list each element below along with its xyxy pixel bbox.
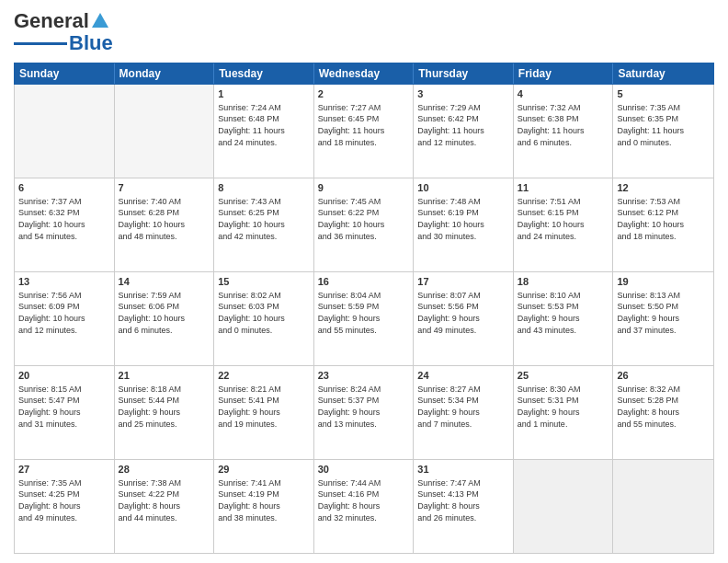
day-info: Sunrise: 8:04 AM Sunset: 5:59 PM Dayligh… xyxy=(318,290,410,336)
calendar-header-sunday: Sunday xyxy=(15,63,115,84)
day-info: Sunrise: 7:38 AM Sunset: 4:22 PM Dayligh… xyxy=(119,477,210,523)
calendar-cell: 21Sunrise: 8:18 AM Sunset: 5:44 PM Dayli… xyxy=(115,366,215,459)
day-info: Sunrise: 7:24 AM Sunset: 6:48 PM Dayligh… xyxy=(218,102,310,148)
calendar-cell: 10Sunrise: 7:48 AM Sunset: 6:19 PM Dayli… xyxy=(414,178,514,271)
day-info: Sunrise: 7:32 AM Sunset: 6:38 PM Dayligh… xyxy=(518,102,609,148)
day-number: 31 xyxy=(417,463,509,477)
day-info: Sunrise: 7:59 AM Sunset: 6:06 PM Dayligh… xyxy=(119,290,210,336)
day-number: 17 xyxy=(417,275,509,289)
logo-triangle-icon xyxy=(92,13,108,28)
calendar-cell: 1Sunrise: 7:24 AM Sunset: 6:48 PM Daylig… xyxy=(214,85,314,178)
day-number: 7 xyxy=(119,181,210,195)
logo: General Blue xyxy=(14,9,113,55)
day-info: Sunrise: 8:24 AM Sunset: 5:37 PM Dayligh… xyxy=(318,384,410,430)
day-info: Sunrise: 8:30 AM Sunset: 5:31 PM Dayligh… xyxy=(518,384,609,430)
calendar-cell: 3Sunrise: 7:29 AM Sunset: 6:42 PM Daylig… xyxy=(414,85,514,178)
day-info: Sunrise: 8:10 AM Sunset: 5:53 PM Dayligh… xyxy=(518,290,609,336)
calendar-cell: 7Sunrise: 7:40 AM Sunset: 6:28 PM Daylig… xyxy=(115,178,215,271)
calendar-cell: 28Sunrise: 7:38 AM Sunset: 4:22 PM Dayli… xyxy=(115,460,215,553)
day-info: Sunrise: 7:44 AM Sunset: 4:16 PM Dayligh… xyxy=(318,477,410,523)
day-info: Sunrise: 8:32 AM Sunset: 5:28 PM Dayligh… xyxy=(617,384,710,430)
day-number: 28 xyxy=(119,463,210,477)
calendar-cell: 5Sunrise: 7:35 AM Sunset: 6:35 PM Daylig… xyxy=(613,85,713,178)
day-info: Sunrise: 7:43 AM Sunset: 6:25 PM Dayligh… xyxy=(218,196,310,242)
day-info: Sunrise: 7:27 AM Sunset: 6:45 PM Dayligh… xyxy=(318,102,410,148)
day-info: Sunrise: 7:40 AM Sunset: 6:28 PM Dayligh… xyxy=(119,196,210,242)
day-number: 14 xyxy=(119,275,210,289)
day-info: Sunrise: 8:02 AM Sunset: 6:03 PM Dayligh… xyxy=(218,290,310,336)
day-info: Sunrise: 7:41 AM Sunset: 4:19 PM Dayligh… xyxy=(218,477,310,523)
logo-general-text: General xyxy=(14,9,89,33)
calendar-cell: 19Sunrise: 8:13 AM Sunset: 5:50 PM Dayli… xyxy=(613,272,713,365)
day-number: 30 xyxy=(318,463,410,477)
calendar-body: 1Sunrise: 7:24 AM Sunset: 6:48 PM Daylig… xyxy=(14,85,714,554)
calendar-cell: 22Sunrise: 8:21 AM Sunset: 5:41 PM Dayli… xyxy=(214,366,314,459)
calendar-cell xyxy=(514,460,614,553)
calendar-cell: 29Sunrise: 7:41 AM Sunset: 4:19 PM Dayli… xyxy=(214,460,314,553)
day-info: Sunrise: 7:35 AM Sunset: 4:25 PM Dayligh… xyxy=(18,477,110,523)
day-number: 27 xyxy=(18,463,110,477)
day-info: Sunrise: 7:37 AM Sunset: 6:32 PM Dayligh… xyxy=(18,196,110,242)
calendar-cell: 8Sunrise: 7:43 AM Sunset: 6:25 PM Daylig… xyxy=(214,178,314,271)
day-number: 6 xyxy=(18,181,110,195)
day-number: 25 xyxy=(518,369,609,383)
day-number: 12 xyxy=(617,181,710,195)
calendar-cell: 25Sunrise: 8:30 AM Sunset: 5:31 PM Dayli… xyxy=(514,366,614,459)
calendar-cell: 13Sunrise: 7:56 AM Sunset: 6:09 PM Dayli… xyxy=(15,272,115,365)
day-number: 3 xyxy=(417,87,509,101)
day-number: 2 xyxy=(318,87,410,101)
calendar-cell: 18Sunrise: 8:10 AM Sunset: 5:53 PM Dayli… xyxy=(514,272,614,365)
day-number: 15 xyxy=(218,275,310,289)
calendar-week-5: 27Sunrise: 7:35 AM Sunset: 4:25 PM Dayli… xyxy=(15,460,713,553)
page: General Blue SundayMondayTuesdayWednesda… xyxy=(0,0,728,563)
day-number: 19 xyxy=(617,275,710,289)
day-number: 16 xyxy=(318,275,410,289)
calendar-cell: 9Sunrise: 7:45 AM Sunset: 6:22 PM Daylig… xyxy=(314,178,415,271)
day-number: 23 xyxy=(318,369,410,383)
calendar-cell: 4Sunrise: 7:32 AM Sunset: 6:38 PM Daylig… xyxy=(514,85,614,178)
calendar-header-tuesday: Tuesday xyxy=(214,63,314,84)
day-number: 13 xyxy=(18,275,110,289)
day-info: Sunrise: 7:29 AM Sunset: 6:42 PM Dayligh… xyxy=(417,102,509,148)
day-info: Sunrise: 8:13 AM Sunset: 5:50 PM Dayligh… xyxy=(617,290,710,336)
day-number: 29 xyxy=(218,463,310,477)
day-info: Sunrise: 8:18 AM Sunset: 5:44 PM Dayligh… xyxy=(119,384,210,430)
header: General Blue xyxy=(14,9,714,55)
day-number: 11 xyxy=(518,181,609,195)
day-number: 20 xyxy=(18,369,110,383)
day-number: 4 xyxy=(518,87,609,101)
day-number: 24 xyxy=(417,369,509,383)
calendar-cell: 20Sunrise: 8:15 AM Sunset: 5:47 PM Dayli… xyxy=(15,366,115,459)
calendar-cell: 16Sunrise: 8:04 AM Sunset: 5:59 PM Dayli… xyxy=(314,272,415,365)
day-info: Sunrise: 7:48 AM Sunset: 6:19 PM Dayligh… xyxy=(417,196,509,242)
day-number: 21 xyxy=(119,369,210,383)
calendar-cell: 30Sunrise: 7:44 AM Sunset: 4:16 PM Dayli… xyxy=(314,460,415,553)
calendar-header-wednesday: Wednesday xyxy=(314,63,415,84)
calendar-header-saturday: Saturday xyxy=(613,63,713,84)
day-number: 26 xyxy=(617,369,710,383)
calendar-cell: 27Sunrise: 7:35 AM Sunset: 4:25 PM Dayli… xyxy=(15,460,115,553)
logo-blue-text: Blue xyxy=(69,31,113,55)
calendar-cell: 14Sunrise: 7:59 AM Sunset: 6:06 PM Dayli… xyxy=(115,272,215,365)
calendar-cell: 11Sunrise: 7:51 AM Sunset: 6:15 PM Dayli… xyxy=(514,178,614,271)
day-info: Sunrise: 8:07 AM Sunset: 5:56 PM Dayligh… xyxy=(417,290,509,336)
day-info: Sunrise: 7:51 AM Sunset: 6:15 PM Dayligh… xyxy=(518,196,609,242)
day-info: Sunrise: 8:27 AM Sunset: 5:34 PM Dayligh… xyxy=(417,384,509,430)
day-info: Sunrise: 7:47 AM Sunset: 4:13 PM Dayligh… xyxy=(417,477,509,523)
calendar-cell: 31Sunrise: 7:47 AM Sunset: 4:13 PM Dayli… xyxy=(414,460,514,553)
calendar-cell xyxy=(115,85,215,178)
day-number: 22 xyxy=(218,369,310,383)
calendar-header-thursday: Thursday xyxy=(414,63,514,84)
day-number: 5 xyxy=(617,87,710,101)
day-number: 1 xyxy=(218,87,310,101)
calendar: SundayMondayTuesdayWednesdayThursdayFrid… xyxy=(14,63,714,554)
calendar-header: SundayMondayTuesdayWednesdayThursdayFrid… xyxy=(14,63,714,85)
day-number: 18 xyxy=(518,275,609,289)
calendar-week-3: 13Sunrise: 7:56 AM Sunset: 6:09 PM Dayli… xyxy=(15,272,713,366)
calendar-cell: 15Sunrise: 8:02 AM Sunset: 6:03 PM Dayli… xyxy=(214,272,314,365)
calendar-cell: 26Sunrise: 8:32 AM Sunset: 5:28 PM Dayli… xyxy=(613,366,713,459)
calendar-cell xyxy=(613,460,713,553)
day-info: Sunrise: 8:15 AM Sunset: 5:47 PM Dayligh… xyxy=(18,384,110,430)
calendar-header-monday: Monday xyxy=(115,63,215,84)
calendar-cell: 6Sunrise: 7:37 AM Sunset: 6:32 PM Daylig… xyxy=(15,178,115,271)
